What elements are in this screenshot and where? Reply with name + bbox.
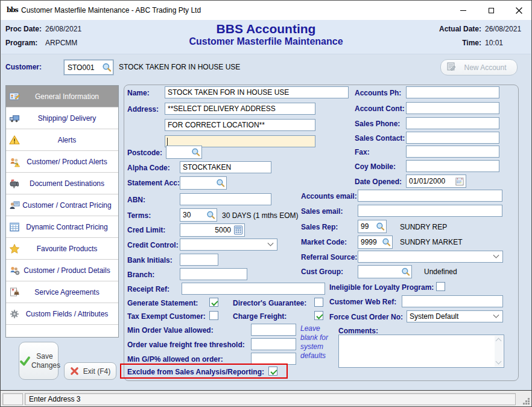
customer-name-display: STOCK TAKEN FOR IN HOUSE USE [119, 63, 240, 71]
receipt-ref-label: Receipt Ref: [127, 285, 169, 293]
exit-button[interactable]: Exit (F4) [64, 362, 116, 380]
resize-grip[interactable] [528, 403, 530, 405]
referral-source-select[interactable] [358, 251, 503, 263]
sidebar-item-dynamic-contract-pricing[interactable]: Dynamic Contract Pricing [6, 216, 118, 238]
sales-email-input[interactable] [358, 205, 502, 217]
exclude-sales-analysis-checkbox[interactable] [268, 367, 277, 376]
search-icon[interactable] [191, 148, 200, 157]
market-code-value[interactable]: 9999 [361, 238, 382, 246]
coy-mobile-input[interactable] [406, 160, 499, 172]
directors-guarantee-label: Director's Guarantee: [233, 299, 306, 307]
x-icon [70, 367, 79, 376]
defaults-hint: Leave blank for system defaults [300, 324, 335, 361]
accounts-email-input[interactable] [358, 190, 502, 202]
sidebar-item-service-agreements[interactable]: Service Agreements [6, 281, 118, 303]
scroll-down-icon[interactable] [496, 359, 502, 365]
accounts-ph-input[interactable] [406, 86, 499, 98]
fax-input[interactable] [406, 146, 499, 158]
sidebar-item-label: Document Destinations [20, 179, 104, 188]
cust-group-field[interactable] [358, 265, 412, 278]
receipt-ref-input[interactable] [182, 283, 325, 295]
customer-web-ref-input[interactable] [402, 295, 503, 307]
customer-code-value[interactable]: STO001 [68, 63, 102, 72]
sidebar-item-label: Customer / Contract Pricing [13, 201, 111, 210]
maximize-button[interactable] [477, 1, 505, 20]
directors-guarantee-checkbox[interactable] [314, 298, 323, 307]
sidebar-item-custom-fields-attributes[interactable]: Custom Fields / Attributes [6, 303, 118, 325]
alpha-code-input[interactable] [180, 161, 271, 173]
min-gp-input[interactable] [251, 353, 296, 365]
search-icon[interactable] [376, 222, 385, 231]
accounts-email-label: Accounts email: [301, 192, 357, 200]
name-input[interactable] [165, 86, 349, 98]
search-icon[interactable] [216, 179, 225, 188]
sidebar-item-customer-product-details[interactable]: Customer / Product Details [6, 260, 118, 281]
scrollbar[interactable] [495, 336, 503, 367]
sidebar-item-general-information[interactable]: General Information [6, 86, 118, 107]
sidebar-item-label: Favourite Products [27, 245, 98, 253]
date-opened-field[interactable]: 01/01/2000 [406, 175, 466, 188]
sidebar-item-shipping-delivery[interactable]: Shipping/ Delivery [6, 107, 118, 129]
exclude-sales-analysis-label: Exclude from Sales Analysis/Reporting: [127, 368, 264, 376]
postcode-field[interactable] [166, 146, 202, 159]
ineligible-loyalty-checkbox[interactable] [436, 282, 445, 291]
date-opened-value[interactable]: 01/01/2000 [409, 177, 455, 185]
customer-code-field[interactable]: STO001 [64, 60, 113, 75]
sales-rep-field[interactable]: 99 [358, 220, 387, 233]
abn-label: ABN: [127, 196, 145, 204]
sidebar-item-customer-contract-pricing[interactable]: Customer / Contract Pricing [6, 194, 118, 216]
calculator-icon[interactable] [233, 225, 243, 235]
freight-free-threshold-input[interactable] [251, 338, 296, 350]
force-cust-order-no-select[interactable]: System Default [407, 310, 503, 322]
branch-label: Branch: [127, 271, 154, 279]
cred-limit-field[interactable]: 5000 [180, 223, 245, 237]
sales-phone-input[interactable] [406, 117, 499, 129]
credit-control-label: Credit Control: [127, 241, 179, 249]
sidebar-item-label: Alerts [48, 136, 77, 144]
min-order-value-input[interactable] [251, 324, 296, 336]
search-icon[interactable] [206, 211, 215, 220]
statement-acc-field[interactable] [180, 176, 227, 190]
cred-limit-value[interactable]: 5000 [183, 226, 233, 234]
scroll-up-icon[interactable] [496, 338, 502, 344]
close-button[interactable] [505, 1, 532, 20]
address-line2-input[interactable] [165, 119, 315, 131]
branch-input[interactable] [180, 268, 247, 280]
terms-field[interactable]: 30 [180, 208, 217, 222]
market-code-field[interactable]: 9999 [358, 236, 393, 249]
generate-statement-checkbox[interactable] [209, 298, 218, 307]
address-label: Address: [127, 105, 159, 114]
sidebar-item-document-destinations[interactable]: Document Destinations [6, 173, 118, 194]
abn-input[interactable] [180, 193, 271, 205]
search-icon[interactable] [401, 268, 410, 277]
header-band: Proc Date: 26/08/2021 Program: ARPCMM BB… [1, 20, 531, 54]
calendar-icon[interactable] [455, 177, 464, 186]
app-window: bbs Customer Masterfile Maintenance - AB… [0, 0, 532, 407]
sidebar-item-favourite-products[interactable]: Favourite Products [6, 238, 118, 260]
date-opened-label: Date Opened: [355, 178, 402, 186]
minimize-button[interactable] [449, 1, 477, 20]
sales-rep-value[interactable]: 99 [361, 222, 376, 231]
status-cell [2, 393, 23, 405]
address-line1-input[interactable] [165, 103, 315, 115]
new-account-label: New Account [462, 63, 508, 72]
credit-control-select[interactable] [180, 239, 277, 251]
search-icon[interactable] [102, 63, 112, 72]
sales-contact-input[interactable] [406, 132, 499, 144]
search-icon[interactable] [382, 238, 391, 247]
terms-description: 30 DAYS (1 mths EOM) [222, 211, 298, 220]
id-card-icon [9, 91, 20, 102]
market-code-description: SUNDRY MARKET [400, 238, 463, 246]
account-cont-input[interactable] [406, 102, 499, 114]
terms-value[interactable]: 30 [183, 211, 206, 219]
comments-textarea[interactable] [338, 335, 504, 368]
sidebar-item-alerts[interactable]: Alerts [6, 129, 118, 151]
bank-initials-input[interactable] [180, 254, 218, 266]
charge-freight-checkbox[interactable] [314, 311, 323, 320]
save-changes-button[interactable]: Save Changes [19, 342, 59, 380]
sidebar-item-customer-product-alerts[interactable]: Customer/ Product Alerts [6, 151, 118, 173]
new-account-button[interactable]: New Account [440, 59, 518, 75]
sidebar-item-label: General Information [25, 92, 99, 101]
tax-exempt-checkbox[interactable] [209, 311, 218, 320]
sales-phone-label: Sales Phone: [355, 120, 400, 128]
